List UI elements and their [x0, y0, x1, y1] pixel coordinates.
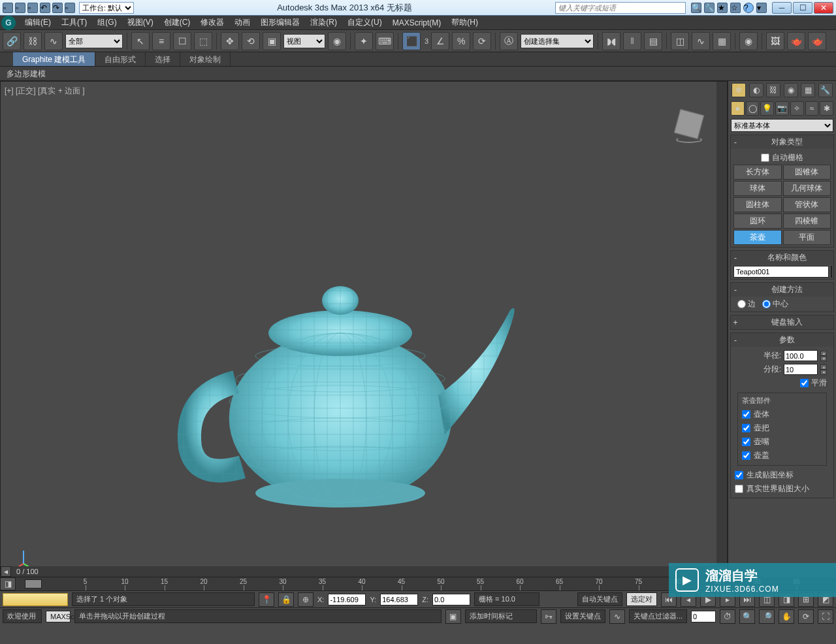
systems-icon[interactable]: ✱	[820, 101, 833, 116]
keymode-icon[interactable]: ⌨	[376, 32, 394, 50]
btn-torus[interactable]: 圆环	[733, 214, 782, 229]
anglesnap-icon[interactable]: ∠	[431, 32, 449, 50]
undo-icon[interactable]: ↶	[40, 3, 50, 13]
pivot-icon[interactable]: ◉	[328, 32, 346, 50]
coord-icon[interactable]: ⊕	[298, 592, 314, 607]
keytangent-icon[interactable]: ∿	[609, 609, 625, 624]
move-icon[interactable]: ✥	[221, 32, 239, 50]
workspace-dropdown[interactable]: 工作台: 默认	[79, 2, 134, 14]
pctsnap-icon[interactable]: %	[452, 32, 470, 50]
mirror-icon[interactable]: ◗◖	[602, 32, 620, 50]
menu-modifiers[interactable]: 修改器	[195, 15, 229, 30]
cameras-icon[interactable]: 📷	[775, 101, 789, 116]
radius-spinner-btns[interactable]: ▴▾	[820, 351, 827, 361]
star2-icon[interactable]: ☆	[730, 3, 741, 13]
menu-customize[interactable]: 自定义(U)	[342, 15, 387, 30]
radius-spinner[interactable]	[784, 350, 818, 361]
tab-select[interactable]: 选择	[146, 52, 180, 66]
btn-geosphere[interactable]: 几何球体	[783, 181, 831, 196]
btn-cylinder[interactable]: 圆柱体	[733, 197, 782, 212]
spacewarps-icon[interactable]: ≈	[805, 101, 819, 116]
create-tab-icon[interactable]: ✲	[732, 83, 746, 97]
current-frame-input[interactable]	[691, 611, 716, 622]
part-body-checkbox[interactable]	[742, 410, 750, 419]
project-icon[interactable]: ▫	[65, 3, 75, 13]
add-time-mark[interactable]: 添加时间标记	[465, 609, 537, 623]
minimize-button[interactable]: ─	[772, 2, 792, 14]
rollout-params-header[interactable]: -参数	[731, 333, 833, 347]
star-icon[interactable]: ★	[717, 3, 728, 13]
btn-sphere[interactable]: 球体	[733, 181, 782, 196]
gen-uv-checkbox[interactable]	[735, 471, 743, 479]
maximize-button[interactable]: ☐	[793, 2, 812, 14]
radio-edge[interactable]: 边	[737, 298, 756, 310]
menu-animation[interactable]: 动画	[229, 15, 255, 30]
smooth-checkbox[interactable]	[800, 379, 809, 387]
menu-maxscript[interactable]: MAXScript(M)	[387, 16, 447, 29]
z-input[interactable]	[432, 594, 470, 605]
timeline-icon[interactable]: ◨	[0, 577, 16, 590]
setkey-button[interactable]: 设置关键点	[560, 609, 605, 623]
x-input[interactable]	[328, 594, 366, 605]
btn-tube[interactable]: 管状体	[783, 197, 831, 212]
refcoord-dropdown[interactable]: 视图	[283, 34, 325, 48]
snap-icon[interactable]: ⬛	[402, 32, 421, 50]
part-handle-checkbox[interactable]	[742, 424, 750, 432]
autokey-button[interactable]: 自动关键点	[577, 592, 622, 606]
segments-spinner-btns[interactable]: ▴▾	[820, 364, 827, 375]
tab-objectpaint[interactable]: 对象绘制	[180, 52, 231, 66]
key-icon[interactable]: 🔧	[704, 3, 715, 13]
zoom-icon[interactable]: 🔍	[739, 609, 755, 624]
bind-icon[interactable]: ∿	[44, 32, 63, 50]
selection-lock-box[interactable]	[3, 593, 68, 606]
manip-icon[interactable]: ✦	[355, 32, 373, 50]
segments-spinner[interactable]	[784, 364, 818, 375]
menu-help[interactable]: 帮助(H)	[446, 15, 483, 30]
lights-icon[interactable]: 💡	[760, 101, 774, 116]
menu-edit[interactable]: 编辑(E)	[20, 15, 56, 30]
menu-create[interactable]: 创建(C)	[159, 15, 196, 30]
ribbon-sub-poly[interactable]: 多边形建模	[0, 67, 836, 81]
selectname-icon[interactable]: ≡	[152, 32, 170, 50]
redo-icon[interactable]: ↷	[52, 3, 63, 13]
save-icon[interactable]: ▫	[27, 3, 38, 13]
viewport[interactable]: [+] [正交] [真实 + 边面 ]	[0, 81, 728, 577]
zoomall-icon[interactable]: 🔎	[759, 609, 775, 624]
graphite-toggle-icon[interactable]: ◫	[671, 32, 689, 50]
modify-tab-icon[interactable]: ◐	[749, 83, 764, 97]
maxview-icon[interactable]: ⛶	[818, 609, 833, 624]
realworld-checkbox[interactable]	[735, 485, 743, 493]
spinsnap-icon[interactable]: ⟳	[473, 32, 491, 50]
rectselect-icon[interactable]: ☐	[173, 32, 191, 50]
tab-graphite[interactable]: Graphite 建模工具	[13, 52, 95, 66]
hierarchy-tab-icon[interactable]: ⛓	[766, 83, 780, 97]
renderframe-icon[interactable]: 🫖	[787, 32, 805, 50]
menu-tools[interactable]: 工具(T)	[56, 15, 92, 30]
rendersetup-icon[interactable]: 🖼	[766, 32, 784, 50]
search-input[interactable]	[555, 2, 686, 14]
menu-views[interactable]: 视图(V)	[122, 15, 159, 30]
timeconfig-icon[interactable]: ⏱	[720, 609, 735, 624]
geometry-icon[interactable]: ●	[731, 101, 745, 116]
scroll-left-icon[interactable]: ◂	[1, 566, 11, 577]
menu-render[interactable]: 渲染(R)	[305, 15, 342, 30]
object-name-input[interactable]	[733, 266, 829, 278]
align-icon[interactable]: ⫴	[623, 32, 641, 50]
menu-grapheditors[interactable]: 图形编辑器	[255, 15, 305, 30]
viewcube[interactable]	[671, 108, 707, 144]
rollout-createmethod-header[interactable]: -创建方法	[731, 283, 833, 297]
selkey-button[interactable]: 选定对	[626, 592, 657, 606]
lock-icon[interactable]: 🔒	[278, 592, 294, 607]
maxscript-box[interactable]: MAXSci	[46, 611, 71, 622]
radio-center[interactable]: 中心	[762, 298, 788, 310]
window-crossing-icon[interactable]: ⬚	[194, 32, 212, 50]
viewport-label[interactable]: [+] [正交] [真实 + 边面 ]	[5, 86, 85, 97]
y-input[interactable]	[380, 594, 418, 605]
workspace-selector[interactable]: 工作台: 默认	[79, 2, 134, 14]
curve-editor-icon[interactable]: ∿	[692, 32, 710, 50]
nudge-icon[interactable]: 📍	[259, 592, 274, 607]
rollout-kbd-header[interactable]: +键盘输入	[731, 315, 833, 329]
open-icon[interactable]: ▫	[15, 3, 25, 13]
new-icon[interactable]: ▫	[3, 3, 13, 13]
named-selection-dropdown[interactable]: 创建选择集	[521, 34, 594, 48]
